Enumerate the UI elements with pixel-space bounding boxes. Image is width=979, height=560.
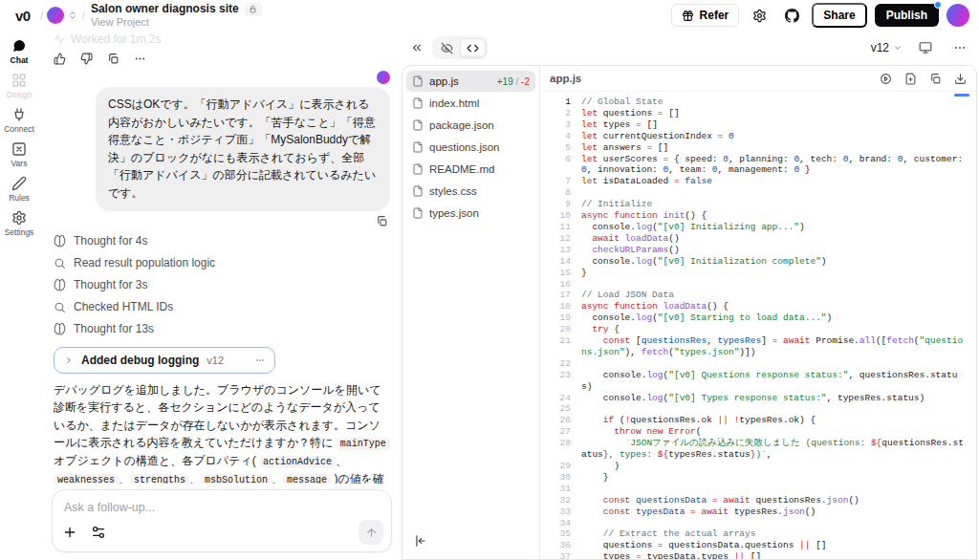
copy-code-icon[interactable] [929, 73, 942, 85]
code-line: 15} [548, 268, 967, 279]
code-line: 17// Load JSON Data [548, 290, 967, 301]
pencil-icon [11, 176, 27, 191]
code-line: 14 console.log("[v0] Initialization comp… [548, 256, 967, 268]
v0-logo[interactable]: v0 [10, 8, 36, 24]
thumbs-down-icon[interactable] [80, 53, 93, 65]
more-options-icon[interactable] [134, 53, 146, 65]
code-content[interactable]: 1// Global State2let questions = []3let … [540, 94, 976, 559]
gift-icon [682, 10, 694, 22]
chat-scroll-area[interactable]: Worked for 1m 2s CSSはOKです。「行動アドバイス」に表示され… [54, 31, 390, 484]
code-line: 16 [548, 279, 967, 291]
code-line: 34 [548, 518, 967, 529]
code-line: 30 } [548, 472, 967, 484]
copy-icon[interactable] [107, 53, 120, 65]
message-text: 、 [272, 472, 283, 484]
open-preview-button[interactable] [914, 36, 937, 59]
brain-icon [54, 323, 66, 335]
chevrons-left-icon [410, 41, 424, 54]
open-file-name: app.js [550, 73, 581, 84]
publish-notification-dot [934, 1, 942, 9]
inline-code: mainType [337, 438, 390, 450]
gear-icon [752, 9, 767, 23]
share-button[interactable]: Share [812, 3, 866, 28]
github-button[interactable] [779, 3, 804, 28]
file-item-types.json[interactable]: types.json [406, 203, 535, 224]
file-item-app.js[interactable]: app.js+19 / -2 [406, 71, 535, 92]
attach-plus-icon[interactable] [62, 525, 77, 540]
preview-hidden-toggle[interactable] [434, 38, 460, 57]
activity-icon [54, 33, 65, 45]
message-text: デバッグログを追加しました。ブラウザのコンソールを開いて診断を実行すると、各セク… [54, 383, 381, 450]
agent-step[interactable]: Thought for 3s [54, 274, 390, 296]
file-icon [412, 97, 424, 109]
code-line: 24 console.log("[v0] Types response stat… [548, 393, 967, 404]
agent-step[interactable]: Thought for 13s [54, 318, 390, 340]
code-view-toggle[interactable] [460, 38, 486, 57]
view-project-link[interactable]: View Project [91, 16, 262, 29]
inline-code: msbSolution [201, 474, 272, 484]
code-line: 28 `JSONファイルの読み込みに失敗しました (questions: ${q… [548, 438, 967, 461]
follow-up-input[interactable] [53, 490, 391, 521]
left-sidebar: Chat Design Connect Vars Rules Settings [0, 31, 38, 560]
model-settings-icon[interactable] [91, 525, 106, 540]
copy-message-icon[interactable] [376, 215, 388, 227]
ellipsis-icon [953, 41, 967, 54]
task-card-added-debug-logging[interactable]: Added debug logging v12 [54, 347, 275, 374]
sidebar-item-design[interactable]: Design [0, 73, 38, 99]
user-avatar[interactable] [946, 4, 969, 27]
code-line: 8 [548, 187, 967, 199]
diff-icon[interactable] [904, 73, 917, 85]
previous-worked-status: Worked for 1m 2s [54, 32, 390, 46]
file-icon [412, 119, 424, 131]
settings-button[interactable] [747, 3, 772, 28]
sidebar-item-chat[interactable]: Chat [0, 38, 38, 65]
task-card-menu-icon[interactable] [255, 355, 265, 365]
code-line: 29 ) [548, 461, 967, 472]
monitor-icon [919, 41, 932, 54]
download-icon[interactable] [954, 73, 967, 85]
collapse-file-pane-button[interactable] [408, 530, 433, 551]
project-avatar[interactable] [47, 7, 64, 24]
file-item-index.html[interactable]: index.html [406, 93, 535, 114]
chat-icon [11, 38, 27, 54]
page-title[interactable]: Salon owner diagnosis site [91, 3, 239, 16]
file-icon [412, 75, 424, 87]
send-button[interactable] [359, 520, 383, 545]
code-line: 21 const [questionsRes, typesRes] = awai… [548, 335, 967, 358]
agent-steps-list: Thought for 4sRead result population log… [54, 230, 390, 340]
agent-step[interactable]: Read result population logic [54, 252, 390, 274]
workspace-menu-button[interactable] [948, 36, 971, 59]
code-editor: app.js 1// Global State2let questions = … [540, 66, 976, 559]
project-switcher-icon[interactable] [68, 9, 77, 22]
code-line: 4let currentQuestionIndex = 0 [548, 131, 967, 142]
composer [52, 489, 392, 552]
brain-icon [54, 279, 66, 291]
sidebar-item-vars[interactable]: Vars [0, 141, 38, 168]
sidebar-item-settings[interactable]: Settings [0, 210, 38, 237]
file-item-package.json[interactable]: package.json [406, 115, 535, 136]
agent-step[interactable]: Thought for 4s [54, 230, 390, 252]
sidebar-item-rules[interactable]: Rules [0, 176, 38, 203]
arrow-up-icon [365, 527, 378, 539]
code-line: 18async function loadData() { [548, 301, 967, 312]
thumbs-up-icon[interactable] [54, 53, 66, 65]
code-line: 35 // Extract the actual arrays [548, 528, 967, 540]
code-line: 10async function init() { [548, 210, 967, 222]
message-text: 、 [189, 472, 201, 484]
design-icon [11, 73, 27, 88]
code-line: 9// Initialize [548, 199, 967, 210]
file-icon [412, 141, 424, 153]
run-icon[interactable] [880, 73, 892, 85]
private-lock-badge [245, 3, 262, 16]
refer-button[interactable]: Refer [671, 4, 740, 27]
file-item-README.md[interactable]: README.md [406, 159, 535, 180]
agent-step[interactable]: Checked HTML IDs [54, 296, 390, 318]
file-item-questions.json[interactable]: questions.json [406, 137, 535, 158]
collapse-panel-button[interactable] [405, 36, 428, 59]
file-item-styles.css[interactable]: styles.css [406, 181, 535, 202]
breadcrumb-separator: / [40, 9, 44, 23]
version-selector[interactable]: v12 [871, 41, 903, 54]
publish-button[interactable]: Publish [875, 4, 939, 27]
sidebar-item-connect[interactable]: Connect [0, 107, 38, 134]
code-line: 25 [548, 403, 967, 415]
